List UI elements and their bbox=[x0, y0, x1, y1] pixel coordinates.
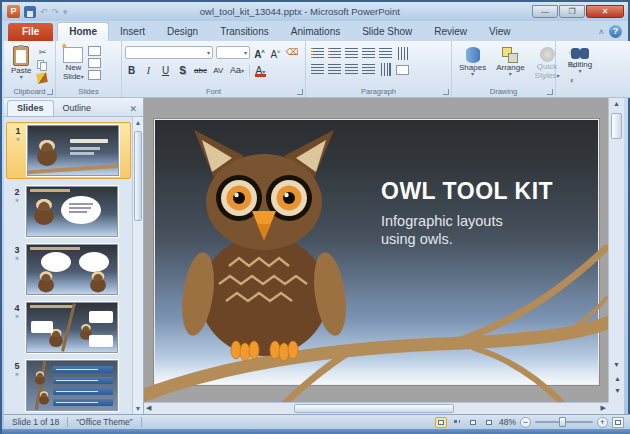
panel-scrollbar[interactable]: ▲ ▼ bbox=[132, 117, 143, 414]
tab-outline[interactable]: Outline bbox=[54, 101, 101, 116]
shrink-font-icon[interactable]: A˅ bbox=[269, 46, 282, 59]
redo-icon[interactable]: ↷ bbox=[52, 6, 60, 18]
smartart-icon[interactable] bbox=[396, 65, 409, 75]
font-name-combobox[interactable]: ▾ bbox=[125, 46, 213, 59]
slide-text-block[interactable]: OWL TOOL KIT Infographic layouts using o… bbox=[381, 178, 586, 248]
align-center-icon[interactable] bbox=[328, 64, 341, 75]
underline-button[interactable]: U bbox=[159, 64, 172, 77]
bold-button[interactable]: B bbox=[125, 64, 138, 77]
tab-review[interactable]: Review bbox=[423, 23, 478, 41]
zoom-out-icon[interactable]: − bbox=[520, 417, 531, 428]
theme-name[interactable]: “Office Theme” bbox=[68, 417, 140, 427]
slide-show-view-icon[interactable] bbox=[483, 417, 495, 428]
tab-slide-show[interactable]: Slide Show bbox=[351, 23, 423, 41]
slide-title: OWL TOOL KIT bbox=[381, 178, 586, 205]
increase-indent-icon[interactable] bbox=[362, 48, 375, 59]
powerpoint-app-icon[interactable]: P bbox=[7, 5, 20, 18]
font-size-combobox[interactable]: ▾ bbox=[216, 46, 250, 59]
zoom-in-icon[interactable]: + bbox=[597, 417, 608, 428]
format-painter-icon[interactable] bbox=[37, 72, 49, 84]
panel-close-icon[interactable]: ✕ bbox=[126, 104, 140, 116]
cut-icon[interactable]: ✂ bbox=[35, 46, 49, 58]
minimize-ribbon-icon[interactable]: ˄ bbox=[599, 27, 604, 37]
arrange-button[interactable]: Arrange ▾ bbox=[492, 43, 528, 86]
group-clipboard: Paste ▾ ✂ Clipboard bbox=[4, 41, 56, 97]
horizontal-scrollbar[interactable]: ◀ ▶ bbox=[144, 402, 608, 414]
italic-button[interactable]: I bbox=[142, 64, 155, 77]
tab-file[interactable]: File bbox=[8, 23, 53, 41]
slide-thumbnail-5[interactable]: 5 ✶ bbox=[8, 360, 131, 411]
panel-scroll-down-icon[interactable]: ▼ bbox=[133, 405, 143, 412]
tab-animations[interactable]: Animations bbox=[280, 23, 351, 41]
scroll-up-icon[interactable]: ▲ bbox=[609, 100, 624, 107]
shapes-button[interactable]: Shapes ▾ bbox=[455, 43, 490, 86]
tab-view[interactable]: View bbox=[478, 23, 522, 41]
paste-button[interactable]: Paste ▾ bbox=[7, 43, 35, 83]
window-bottom-frame bbox=[2, 429, 630, 434]
change-case-icon[interactable]: Aa▾ bbox=[229, 64, 245, 77]
previous-slide-icon[interactable]: ▲ bbox=[609, 375, 624, 382]
tab-transitions[interactable]: Transitions bbox=[209, 23, 280, 41]
font-dialog-launcher-icon[interactable] bbox=[297, 89, 303, 95]
decrease-indent-icon[interactable] bbox=[345, 48, 358, 59]
clipboard-dialog-launcher-icon[interactable] bbox=[47, 89, 53, 95]
reading-view-icon[interactable] bbox=[467, 417, 479, 428]
character-spacing-icon[interactable]: AV bbox=[212, 64, 225, 77]
copy-icon[interactable] bbox=[37, 60, 47, 71]
slide-layout-icon[interactable] bbox=[88, 46, 101, 56]
save-icon[interactable] bbox=[24, 6, 36, 18]
new-slide-button[interactable]: New Slide▾ bbox=[59, 43, 88, 82]
scroll-left-icon[interactable]: ◀ bbox=[146, 404, 151, 412]
close-button[interactable]: ✕ bbox=[586, 5, 624, 18]
paste-dropdown-icon[interactable]: ▾ bbox=[20, 75, 23, 80]
slide-thumbnail-3[interactable]: 3 ✶ bbox=[8, 244, 131, 295]
current-slide[interactable] bbox=[154, 119, 599, 385]
paragraph-dialog-launcher-icon[interactable] bbox=[443, 89, 449, 95]
strikethrough-button[interactable]: abc bbox=[193, 64, 208, 77]
tab-home[interactable]: Home bbox=[57, 22, 109, 41]
line-spacing-icon[interactable] bbox=[379, 48, 392, 59]
slide-counter[interactable]: Slide 1 of 18 bbox=[4, 417, 67, 427]
tab-insert[interactable]: Insert bbox=[109, 23, 156, 41]
panel-scroll-up-icon[interactable]: ▲ bbox=[133, 119, 143, 126]
minimize-button[interactable]: — bbox=[532, 5, 558, 18]
next-slide-icon[interactable]: ▼ bbox=[609, 387, 624, 394]
undo-icon[interactable]: ↶ bbox=[40, 6, 48, 18]
scroll-right-icon[interactable]: ▶ bbox=[601, 404, 606, 412]
zoom-slider[interactable] bbox=[535, 421, 593, 423]
panel-scroll-thumb[interactable] bbox=[134, 131, 142, 221]
slide-thumbnail-4[interactable]: 4 ✶ bbox=[8, 302, 131, 353]
text-direction-icon[interactable] bbox=[397, 47, 408, 60]
tab-slides-thumbnails[interactable]: Slides bbox=[7, 100, 54, 116]
zoom-slider-thumb[interactable] bbox=[559, 417, 566, 427]
grow-font-icon[interactable]: A˄ bbox=[253, 46, 266, 59]
align-left-icon[interactable] bbox=[311, 64, 324, 75]
font-color-icon[interactable]: A▾ bbox=[254, 64, 267, 77]
slide-thumbnail-1[interactable]: 1 ✶ bbox=[6, 122, 131, 179]
editing-button[interactable]: Editing ▾ bbox=[559, 43, 601, 75]
normal-view-icon[interactable] bbox=[435, 417, 447, 428]
section-icon[interactable] bbox=[88, 70, 101, 80]
slide-editing-canvas[interactable]: OWL TOOL KIT Infographic layouts using o… bbox=[144, 98, 608, 402]
slide-thumbnail-2[interactable]: 2 ✶ bbox=[8, 186, 131, 237]
animation-star-icon: ✶ bbox=[8, 255, 26, 263]
fit-to-window-icon[interactable] bbox=[612, 417, 624, 428]
vertical-scrollbar[interactable]: ▲ ▼ ▲ ▼ bbox=[608, 98, 624, 402]
numbering-icon[interactable] bbox=[328, 48, 341, 59]
horizontal-scroll-thumb[interactable] bbox=[294, 404, 454, 413]
columns-icon[interactable] bbox=[380, 63, 391, 76]
help-icon[interactable]: ? bbox=[609, 25, 622, 38]
justify-icon[interactable] bbox=[362, 64, 375, 75]
tab-design[interactable]: Design bbox=[156, 23, 209, 41]
reset-slide-icon[interactable] bbox=[88, 58, 101, 68]
zoom-level[interactable]: 48% bbox=[499, 417, 516, 427]
text-shadow-button[interactable]: S bbox=[176, 64, 189, 77]
slide-sorter-view-icon[interactable] bbox=[451, 417, 463, 428]
scroll-down-icon[interactable]: ▼ bbox=[609, 361, 624, 368]
clear-formatting-icon[interactable]: ⌫ bbox=[285, 46, 299, 58]
maximize-button[interactable]: ❐ bbox=[559, 5, 585, 18]
bullets-icon[interactable] bbox=[311, 48, 324, 59]
vertical-scroll-thumb[interactable] bbox=[611, 113, 622, 139]
drawing-dialog-launcher-icon[interactable] bbox=[547, 89, 553, 95]
align-right-icon[interactable] bbox=[345, 64, 358, 75]
